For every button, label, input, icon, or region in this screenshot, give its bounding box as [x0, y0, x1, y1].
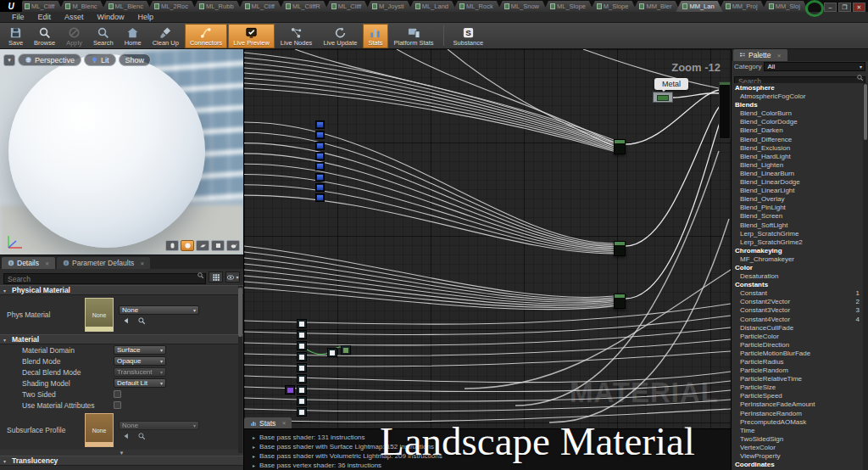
texture-sample-node[interactable]	[297, 341, 307, 350]
maximize-button[interactable]: ❐	[838, 3, 851, 12]
property-checkbox[interactable]	[114, 401, 121, 409]
material-function-node[interactable]	[327, 348, 337, 357]
palette-item[interactable]: ParticleRadius	[732, 358, 868, 366]
palette-item[interactable]: Constant1	[732, 289, 868, 298]
material-output-node[interactable]	[719, 81, 731, 139]
palette-item[interactable]: PerInstanceFadeAmount	[732, 400, 868, 409]
texture-sample-node[interactable]	[297, 407, 307, 417]
palette-item[interactable]: Blend_LinearLight	[732, 187, 868, 195]
preview-mesh-plane-button[interactable]	[196, 240, 209, 251]
texture-sample-node[interactable]	[315, 183, 325, 192]
palette-item[interactable]: Time	[732, 427, 868, 435]
details-scrollbar[interactable]	[238, 286, 242, 453]
palette-item[interactable]: Blend_HardLight	[732, 153, 868, 161]
texture-sample-node[interactable]	[315, 120, 325, 129]
preview-viewport[interactable]: ▾ Perspective Lit Show	[0, 49, 243, 255]
parameter-node[interactable]	[285, 385, 295, 394]
visibility-filter-button[interactable]: ▾	[225, 271, 240, 283]
palette-item[interactable]: Blend_Exclusion	[732, 144, 868, 153]
palette-item[interactable]: Blend_ColorDodge	[732, 118, 868, 126]
section-material[interactable]: Material	[0, 334, 243, 344]
section-physical-material[interactable]: Physical Material	[0, 285, 243, 295]
details-search-input[interactable]	[3, 273, 206, 284]
subsurface-profile-thumbnail[interactable]: None	[85, 413, 114, 447]
menu-window[interactable]: Window	[91, 13, 131, 21]
palette-item[interactable]: Blend_LinearBurn	[732, 170, 868, 178]
use-selected-arrow-icon[interactable]	[122, 432, 131, 440]
palette-item[interactable]: ParticleRelativeTime	[732, 375, 868, 383]
preview-mesh-sphere-button[interactable]	[181, 240, 194, 251]
tab-details[interactable]: i Details	[2, 257, 55, 269]
texture-sample-node[interactable]	[297, 352, 307, 361]
window-tab[interactable]: ML_Rubb	[192, 1, 242, 12]
menu-help[interactable]: Help	[131, 13, 161, 21]
browse-button[interactable]: Browse	[29, 24, 60, 48]
window-tab[interactable]: ML_Slope	[543, 1, 594, 12]
texture-sample-node[interactable]	[297, 374, 307, 383]
property-dropdown[interactable]: Opaque▾	[114, 356, 166, 366]
close-icon[interactable]	[281, 420, 286, 426]
search-button[interactable]: Search	[88, 24, 119, 48]
palette-item[interactable]: ParticleMotionBlurFade	[732, 350, 868, 358]
preview-mesh-mesh-button[interactable]	[226, 240, 240, 251]
palette-item[interactable]: Blend_PinLight	[732, 204, 868, 212]
palette-item[interactable]: ParticleRandom	[732, 366, 868, 375]
property-dropdown[interactable]: Translucent▾	[114, 367, 166, 377]
palette-item[interactable]: PerInstanceRandom	[732, 410, 868, 418]
expand-more-chevron[interactable]: ▼	[0, 450, 243, 456]
palette-item[interactable]: ParticleDirection	[732, 341, 868, 350]
close-icon[interactable]	[45, 260, 49, 266]
palette-item[interactable]: DistanceCullFade	[732, 324, 868, 333]
grid-view-button[interactable]	[209, 271, 223, 283]
window-tab[interactable]: ML_Land	[409, 1, 457, 12]
palette-item[interactable]: Blend_Difference	[732, 136, 868, 144]
close-icon[interactable]	[776, 53, 781, 59]
texture-sample-node[interactable]	[297, 319, 307, 328]
live-preview-button[interactable]: Live Preview	[228, 24, 275, 48]
palette-item[interactable]: Blend_Overlay	[732, 195, 868, 204]
palette-item[interactable]: Desaturation	[732, 272, 868, 281]
menu-file[interactable]: File	[5, 13, 31, 21]
window-tab[interactable]: ML_2Roc	[147, 1, 197, 12]
palette-item[interactable]: Blend_Lighten	[732, 161, 868, 170]
tab-palette[interactable]: Palette	[733, 49, 787, 61]
category-dropdown[interactable]: All▾	[764, 62, 865, 71]
texture-sample-node[interactable]	[297, 385, 307, 394]
texture-sample-node[interactable]	[315, 142, 325, 150]
palette-item[interactable]: VertexColor	[732, 444, 868, 452]
show-menu-button[interactable]: Show	[119, 53, 152, 66]
window-tab[interactable]: M_Slope	[590, 1, 637, 12]
lit-mode-button[interactable]: Lit	[84, 53, 116, 66]
palette-item[interactable]: Lerp_ScratchGrime2	[732, 238, 868, 247]
palette-item[interactable]: Constant4Vector4	[732, 316, 868, 324]
palette-item[interactable]: AtmosphericFogColor	[732, 92, 868, 101]
viewport-options-button[interactable]: ▾	[3, 54, 15, 66]
palette-item[interactable]: Blend_ColorBurn	[732, 109, 868, 118]
window-tab[interactable]: ML_Snow	[498, 1, 548, 12]
window-tab[interactable]: M_Blenc	[58, 1, 105, 12]
browse-asset-icon[interactable]	[137, 432, 146, 440]
palette-item[interactable]: ParticleColor	[732, 333, 868, 341]
texture-sample-node[interactable]	[315, 131, 325, 139]
property-dropdown[interactable]: Default Lit▾	[114, 378, 166, 388]
blend-node[interactable]	[614, 294, 626, 309]
browse-asset-icon[interactable]	[137, 316, 146, 325]
save-button[interactable]: Save	[3, 24, 28, 48]
phys-material-dropdown[interactable]: None▾	[119, 305, 199, 315]
window-tab[interactable]: ML_Rock	[453, 1, 502, 12]
use-selected-arrow-icon[interactable]	[122, 316, 131, 325]
texture-sample-node[interactable]	[315, 193, 325, 202]
palette-item[interactable]: Blend_LinearDodge	[732, 178, 868, 187]
palette-item[interactable]: Blend_SoftLight	[732, 221, 868, 230]
home-button[interactable]: Home	[120, 24, 147, 48]
palette-item[interactable]: Constant3Vector3	[732, 306, 868, 315]
window-tab[interactable]: ML_Blenc	[102, 1, 152, 12]
property-dropdown[interactable]: Surface▾	[114, 345, 166, 355]
palette-item[interactable]: ViewProperty	[732, 452, 868, 461]
blend-node[interactable]	[614, 139, 626, 154]
stats-button[interactable]: Stats	[363, 24, 387, 48]
window-tab[interactable]: ML_Cliff	[22, 1, 63, 12]
texture-sample-node[interactable]	[297, 396, 307, 406]
blend-node[interactable]	[614, 241, 626, 256]
texture-sample-node[interactable]	[315, 173, 325, 182]
